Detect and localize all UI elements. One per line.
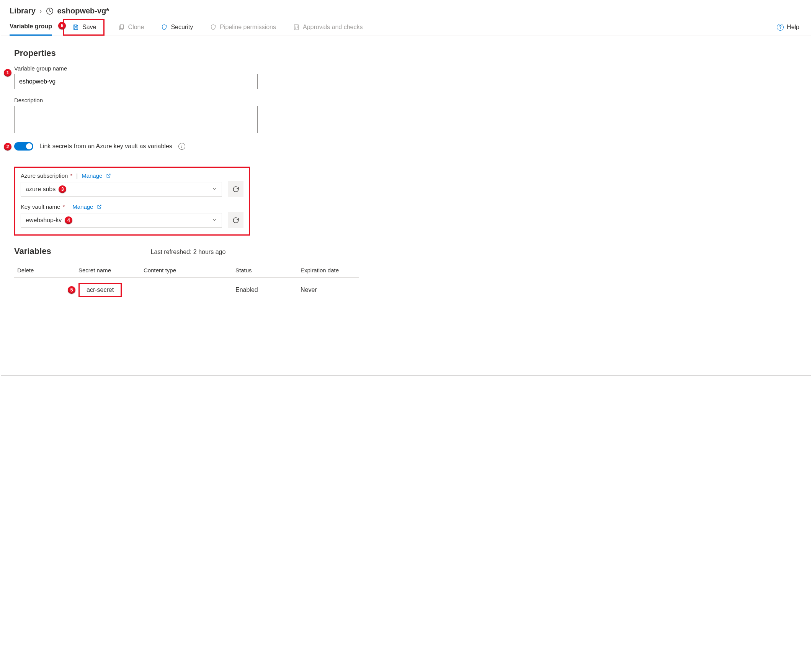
- callout-2: 2: [4, 143, 11, 151]
- breadcrumb: Library › eshopweb-vg*: [1, 1, 811, 18]
- pipeline-label: Pipeline permissions: [220, 24, 276, 31]
- save-label: Save: [82, 24, 96, 31]
- table-row[interactable]: 5 acr-secret Enabled Never: [14, 278, 359, 303]
- approvals-button: Approvals and checks: [290, 21, 366, 33]
- variables-table: Delete Secret name Content type Status E…: [14, 263, 359, 302]
- chevron-down-icon: [212, 186, 217, 193]
- col-status: Status: [232, 263, 297, 278]
- callout-3: 3: [59, 185, 66, 193]
- keyvault-select[interactable]: ewebshop-kv 4: [21, 213, 222, 228]
- clone-label: Clone: [128, 24, 144, 31]
- shield-outline-icon: [210, 24, 217, 31]
- properties-heading: Properties: [14, 48, 798, 58]
- col-delete: Delete: [14, 263, 75, 278]
- help-icon: ?: [777, 24, 784, 31]
- external-link-icon: [97, 204, 102, 209]
- refresh-subscription-button[interactable]: [228, 181, 243, 197]
- breadcrumb-current: eshopweb-vg*: [57, 7, 109, 15]
- tab-variable-group[interactable]: Variable group: [10, 18, 52, 36]
- description-label: Description: [14, 97, 798, 103]
- approvals-label: Approvals and checks: [303, 24, 363, 31]
- checklist-icon: [293, 24, 300, 31]
- variable-group-icon: [46, 7, 54, 15]
- info-icon[interactable]: i: [178, 143, 185, 150]
- clone-icon: [118, 24, 125, 31]
- clone-button: Clone: [115, 21, 147, 33]
- breadcrumb-root[interactable]: Library: [10, 7, 36, 15]
- col-secret: Secret name: [75, 263, 141, 278]
- name-label: Variable group name: [14, 65, 798, 72]
- callout-1: 1: [4, 69, 11, 77]
- required-mark: *: [62, 203, 65, 210]
- secret-name: acr-secret: [87, 287, 114, 293]
- keyvault-label: Key vault name: [21, 203, 60, 210]
- last-refreshed: Last refreshed: 2 hours ago: [151, 249, 226, 255]
- expiration-cell: Never: [297, 278, 359, 303]
- manage-keyvault-link[interactable]: Manage: [72, 203, 93, 210]
- save-icon: [72, 24, 79, 31]
- subscription-label: Azure subscription: [21, 172, 68, 179]
- security-button[interactable]: Security: [158, 21, 196, 33]
- pipeline-permissions-button: Pipeline permissions: [207, 21, 279, 33]
- variables-heading: Variables: [14, 246, 51, 256]
- shield-icon: [161, 24, 168, 31]
- toolbar: Variable group 6 Save Clone Sec: [1, 18, 811, 36]
- keyvault-value: ewebshop-kv: [26, 217, 62, 224]
- callout-6: 6: [58, 22, 66, 29]
- subscription-value: azure subs: [26, 186, 56, 193]
- callout-5: 5: [68, 286, 75, 294]
- refresh-keyvault-button[interactable]: [228, 212, 243, 228]
- breadcrumb-sep: ›: [39, 7, 42, 15]
- security-label: Security: [171, 24, 193, 31]
- save-button[interactable]: Save: [69, 21, 99, 33]
- required-mark: *: [70, 172, 72, 179]
- help-label: Help: [787, 24, 799, 31]
- col-expiration: Expiration date: [297, 263, 359, 278]
- content-type-cell: [141, 278, 232, 303]
- col-content: Content type: [141, 263, 232, 278]
- chevron-down-icon: [212, 217, 217, 224]
- external-link-icon: [106, 173, 111, 178]
- redbox-secret: acr-secret: [78, 283, 122, 297]
- redbox-keyvault: Azure subscription * | Manage azure subs…: [14, 167, 250, 236]
- callout-4: 4: [65, 216, 72, 224]
- subscription-select[interactable]: azure subs 3: [21, 182, 222, 196]
- variable-group-name-input[interactable]: [14, 74, 258, 89]
- status-cell: Enabled: [232, 278, 297, 303]
- toggle-label: Link secrets from an Azure key vault as …: [39, 143, 172, 150]
- svg-point-1: [49, 8, 50, 9]
- manage-subscription-link[interactable]: Manage: [82, 172, 102, 179]
- svg-rect-2: [120, 25, 123, 29]
- help-button[interactable]: ? Help: [774, 21, 802, 33]
- description-input[interactable]: [14, 106, 258, 133]
- link-secrets-toggle[interactable]: [14, 142, 33, 151]
- redbox-save: Save: [63, 19, 104, 36]
